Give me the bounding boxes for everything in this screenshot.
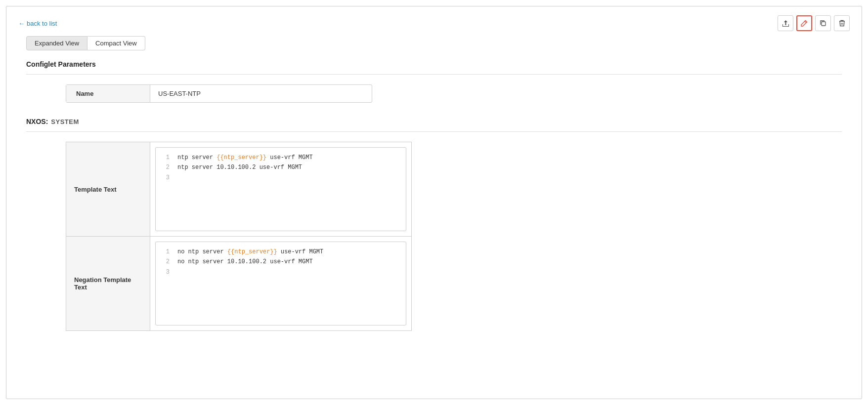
export-button[interactable]: [778, 15, 793, 31]
template-code-box: 1 ntp server {{ntp_server}} use-vrf MGMT…: [155, 147, 406, 231]
template-var-1: {{ntp_server}}: [217, 154, 266, 161]
back-to-list-label: back to list: [27, 20, 57, 27]
nxos-header: NXOS: SYSTEM: [26, 118, 842, 125]
negation-code-box: 1 no ntp server {{ntp_server}} use-vrf M…: [155, 242, 406, 325]
toolbar: [778, 15, 850, 31]
edit-icon: [801, 20, 808, 27]
negation-var-1: {{ntp_server}}: [227, 248, 277, 255]
template-text-row: Template Text 1 ntp server {{ntp_server}…: [66, 142, 412, 237]
svg-rect-0: [822, 22, 825, 26]
params-divider: [26, 74, 842, 75]
edit-button[interactable]: [796, 15, 812, 31]
template-code-line-1: 1 ntp server {{ntp_server}} use-vrf MGMT: [162, 153, 400, 162]
negation-code-line-3: 3: [162, 267, 400, 277]
name-row: Name US-EAST-NTP: [66, 84, 372, 103]
name-value: US-EAST-NTP: [150, 85, 372, 102]
top-bar: ← back to list: [6, 6, 862, 36]
negation-template-content: 1 no ntp server {{ntp_server}} use-vrf M…: [150, 237, 411, 330]
template-code-line-3: 3: [162, 173, 400, 183]
nxos-divider: [26, 131, 842, 132]
content-area: Expanded View Compact View Configlet Par…: [6, 36, 862, 346]
delete-button[interactable]: [834, 15, 850, 31]
delete-icon: [839, 20, 845, 27]
back-arrow-icon: ←: [18, 20, 25, 27]
view-tabs: Expanded View Compact View: [26, 36, 842, 50]
template-grid: Template Text 1 ntp server {{ntp_server}…: [66, 142, 412, 331]
template-text-content: 1 ntp server {{ntp_server}} use-vrf MGMT…: [150, 142, 411, 236]
negation-template-label: Negation Template Text: [66, 237, 150, 330]
nxos-section: NXOS: SYSTEM Template Text 1 ntp server …: [26, 118, 842, 331]
export-icon: [782, 20, 789, 27]
back-to-list-link[interactable]: ← back to list: [18, 20, 57, 27]
duplicate-button[interactable]: [815, 15, 831, 31]
configlet-params-title: Configlet Parameters: [26, 60, 842, 68]
nxos-title: NXOS:: [26, 118, 48, 125]
negation-template-row: Negation Template Text 1 no ntp server {…: [66, 237, 412, 331]
nxos-subtitle: SYSTEM: [51, 118, 79, 125]
configlet-params-section: Configlet Parameters Name US-EAST-NTP: [26, 60, 842, 103]
compact-view-tab[interactable]: Compact View: [87, 36, 145, 50]
name-label: Name: [66, 85, 150, 102]
template-code-line-2: 2 ntp server 10.10.100.2 use-vrf MGMT: [162, 162, 400, 172]
expanded-view-tab[interactable]: Expanded View: [26, 36, 87, 50]
main-container: ← back to list: [6, 6, 862, 399]
template-text-label: Template Text: [66, 142, 150, 236]
params-table: Name US-EAST-NTP: [66, 84, 842, 103]
copy-icon: [820, 20, 826, 27]
negation-code-line-2: 2 no ntp server 10.10.100.2 use-vrf MGMT: [162, 257, 400, 267]
negation-code-line-1: 1 no ntp server {{ntp_server}} use-vrf M…: [162, 247, 400, 257]
